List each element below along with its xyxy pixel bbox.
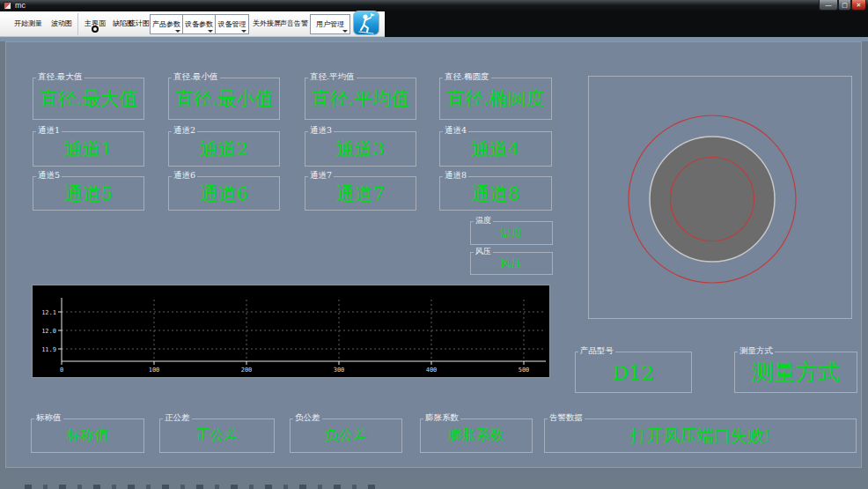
channel-6-value: 通道6 [169, 177, 279, 210]
app-icon [4, 2, 11, 10]
diameter-avg-box: 直径.平均值 直径.平均值 [305, 78, 416, 120]
wind-pressure-value: 风压 [471, 253, 552, 274]
nominal-box: 标称值 标称值 [31, 419, 144, 453]
clipped-bottom-text [13, 485, 376, 489]
alarm-box: 告警数据 打开风压端口失败! [544, 419, 857, 453]
product-model-value: D12 [576, 352, 691, 392]
stats-chart-button[interactable]: 统计图 [129, 19, 150, 28]
channel-4-value: 通道4 [440, 132, 551, 166]
sound-alarm-button[interactable]: 声音告警 [280, 19, 308, 28]
device-params-label: 设备参数 [185, 19, 213, 29]
diameter-min-box: 直径.最小值 直径.最小值 [168, 78, 280, 120]
channel-2-value: 通道2 [169, 132, 279, 166]
channel-1-value: 通道1 [33, 132, 143, 166]
x-tick-label: 100 [149, 367, 160, 374]
channel-8-box: 通道8 通道8 [439, 176, 552, 211]
wind-pressure-box: 风压 风压 [470, 252, 553, 275]
diameter-max-value: 直径.最大值 [33, 78, 143, 119]
x-tick-label: 300 [334, 367, 345, 374]
user-mgmt-button[interactable]: 用户管理 [310, 14, 350, 34]
y-tick-label: 12.0 [41, 328, 56, 335]
measure-mode-box: 测量方式 测量方式 [734, 352, 857, 393]
nominal-value: 标称值 [32, 419, 143, 452]
main-panel: 直径.最大值 直径.最大值 直径.最小值 直径.最小值 直径.平均值 直径.平均… [5, 41, 862, 468]
main-screen-selected-indicator [92, 26, 99, 33]
channel-6-box: 通道6 通道6 [168, 176, 280, 211]
diameter-min-value: 直径.最小值 [169, 78, 279, 119]
diameter-avg-value: 直径.平均值 [305, 78, 416, 119]
trend-chart-plot: 12.1 12.0 11.9 0 100 200 300 400 500 [33, 285, 549, 377]
maximize-icon: ▢ [842, 2, 848, 8]
caret-down-icon [175, 30, 180, 33]
minimize-icon: — [826, 2, 832, 8]
caret-down-icon [342, 30, 348, 33]
toolbar: 开始测量 波动图 主界面 缺陷图 统计图 产品参数 设备参数 设备管理 关外接屏… [0, 11, 385, 37]
channel-8-value: 通道8 [440, 177, 551, 210]
trend-chart: 12.1 12.0 11.9 0 100 200 300 400 500 [32, 285, 550, 378]
window-title: mc [15, 1, 26, 11]
alarm-value: 打开风压端口失败! [545, 419, 856, 452]
channel-4-box: 通道4 通道4 [439, 131, 552, 167]
channel-2-box: 通道2 通道2 [168, 131, 280, 167]
cross-section-gauge [588, 76, 852, 319]
close-icon: ✕ [857, 2, 862, 8]
pos-tolerance-box: 正公差 正公差 [159, 419, 275, 453]
title-bar: mc — ▢ ✕ [0, 0, 868, 11]
temperature-value: 温度 [471, 222, 552, 244]
ext-screen-button[interactable]: 关外接屏 [253, 19, 281, 28]
x-tick-label: 200 [241, 367, 253, 374]
channel-5-box: 通道5 通道5 [33, 176, 144, 211]
maximize-button[interactable]: ▢ [838, 0, 851, 11]
channel-7-box: 通道7 通道7 [305, 176, 416, 211]
x-tick-label: 0 [60, 367, 63, 374]
x-tick-label: 400 [426, 367, 438, 374]
user-mgmt-label: 用户管理 [316, 19, 344, 29]
close-button[interactable]: ✕ [851, 0, 866, 11]
diameter-max-box: 直径.最大值 直径.最大值 [33, 78, 144, 120]
channel-3-value: 通道3 [305, 132, 416, 166]
start-measure-button[interactable]: 开始测量 [14, 19, 42, 28]
caret-down-icon [241, 30, 246, 33]
x-tick-label: 500 [519, 367, 530, 374]
y-tick-label: 12.1 [41, 309, 56, 316]
expansion-value: 膨胀系数 [421, 419, 532, 452]
neg-tolerance-value: 负公差 [291, 419, 401, 452]
figure-with-flag-icon [354, 11, 379, 34]
y-tick-label: 11.9 [41, 346, 56, 353]
caret-down-icon [208, 30, 213, 33]
app-brand-button[interactable] [353, 11, 379, 35]
product-model-box: 产品型号 D12 [575, 352, 692, 393]
channel-5-value: 通道5 [33, 177, 143, 210]
channel-1-box: 通道1 通道1 [33, 131, 144, 167]
channel-7-value: 通道7 [305, 177, 416, 210]
device-mgmt-button[interactable]: 设备管理 [215, 14, 249, 34]
product-params-button[interactable]: 产品参数 [150, 14, 183, 34]
device-params-button[interactable]: 设备参数 [182, 14, 216, 34]
measure-mode-value: 测量方式 [735, 352, 857, 392]
device-mgmt-label: 设备管理 [218, 19, 246, 29]
expansion-box: 膨胀系数 膨胀系数 [420, 419, 533, 453]
pos-tolerance-value: 正公差 [160, 419, 274, 452]
minimize-button[interactable]: — [819, 0, 838, 11]
toolbar-separator [77, 13, 78, 35]
channel-3-box: 通道3 通道3 [305, 131, 416, 167]
wave-chart-button[interactable]: 波动图 [51, 19, 72, 28]
gauge-plot [589, 77, 851, 318]
toolbar-dark-area [385, 11, 868, 37]
neg-tolerance-box: 负公差 负公差 [290, 419, 402, 453]
diameter-ovality-value: 直径.椭圆度 [440, 78, 551, 119]
product-disk [650, 137, 775, 262]
diameter-ovality-box: 直径.椭圆度 直径.椭圆度 [439, 78, 552, 120]
product-params-label: 产品参数 [152, 19, 180, 29]
temperature-box: 温度 温度 [470, 221, 553, 245]
